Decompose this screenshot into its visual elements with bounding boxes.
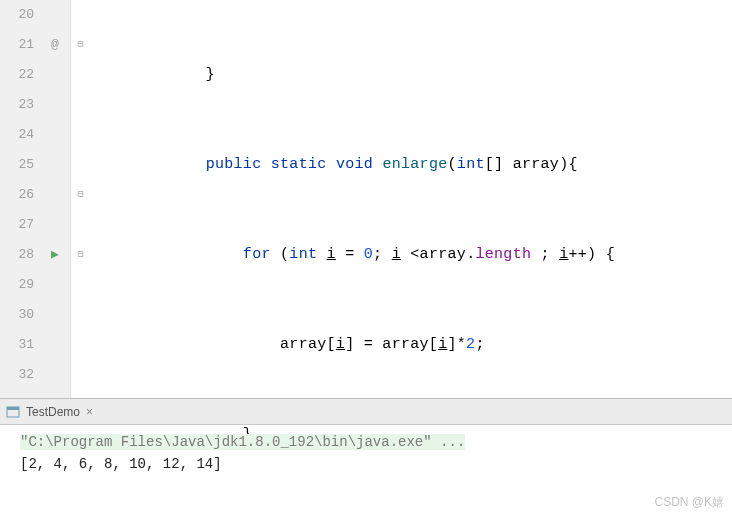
fold-gutter: ⊟ ⊟ ⊟ [70, 0, 90, 398]
run-tab-label[interactable]: TestDemo [26, 405, 80, 419]
console-command: "C:\Program Files\Java\jdk1.8.0_192\bin\… [20, 434, 465, 450]
code-content[interactable]: } public static void enlarge(int[] array… [90, 0, 732, 398]
fold-toggle[interactable]: ⊟ [71, 180, 90, 210]
code-line[interactable]: array[i] = array[i]*2; [94, 330, 732, 360]
code-line[interactable]: public static void enlarge(int[] array){ [94, 150, 732, 180]
code-line[interactable]: } [94, 60, 732, 90]
fold-toggle[interactable]: ⊟ [71, 240, 90, 270]
gutter-markers: @ ▶ [40, 0, 70, 398]
svg-rect-1 [7, 407, 19, 410]
run-config-icon [6, 405, 20, 419]
line-number-gutter: 20 21 22 23 24 25 26 27 28 29 30 31 32 [0, 0, 40, 398]
annotation-marker: @ [40, 30, 70, 60]
code-line[interactable] [94, 510, 732, 519]
fold-toggle[interactable]: ⊟ [71, 30, 90, 60]
close-icon[interactable]: × [86, 405, 93, 419]
code-line[interactable]: for (int i = 0; i <array.length ; i++) { [94, 240, 732, 270]
run-icon[interactable]: ▶ [40, 240, 70, 270]
code-editor[interactable]: 20 21 22 23 24 25 26 27 28 29 30 31 32 @… [0, 0, 732, 398]
watermark: CSDN @K嬉 [654, 494, 724, 511]
